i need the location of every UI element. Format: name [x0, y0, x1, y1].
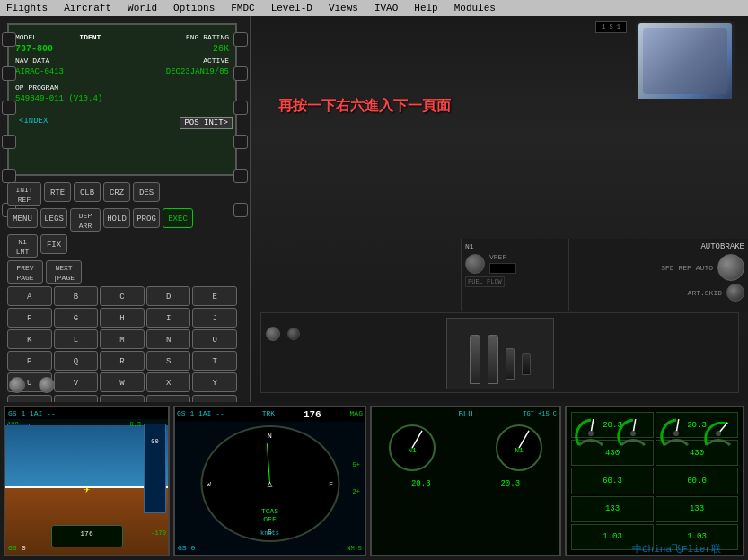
btn-des[interactable]: DES [133, 182, 160, 202]
btn-a[interactable]: A [7, 286, 52, 306]
btn-rte[interactable]: RTE [44, 182, 71, 202]
menu-item-views[interactable]: Views [326, 3, 361, 13]
fmc-navdata-label: NAV DATA [15, 55, 49, 66]
vref-display [489, 263, 516, 274]
btn-f[interactable]: F [7, 308, 52, 328]
nd-center-aircraft: △ [267, 478, 272, 489]
throttle-1[interactable] [470, 335, 480, 384]
btn-prog[interactable]: PROG [133, 208, 160, 228]
btn-r[interactable]: R [100, 351, 145, 371]
menu-item-flights[interactable]: Flights [4, 3, 50, 13]
eicas-n1-1: 20.3 [571, 412, 654, 438]
btn-j[interactable]: J [192, 308, 237, 328]
fmc-lsk1[interactable]: <INDEX [19, 117, 48, 129]
lsk-r3[interactable] [233, 101, 248, 115]
btn-init-ref[interactable]: INITREF [7, 182, 41, 206]
eicas-right-display: 20.3 20.3 430 430 60.3 60.0 [565, 406, 744, 556]
eicas-upper-display: BLU N1 N1 20.3 20.3 [370, 406, 561, 556]
btn-n[interactable]: N [146, 329, 191, 349]
menu-item-ivao[interactable]: IVAO [372, 3, 400, 13]
pfd-gs-label: GS [8, 544, 17, 552]
menu-item-world[interactable]: World [125, 3, 160, 13]
nd-display: GS 1 1AI -- TRK 176 MAG N S W E △ 5+ 2+ [173, 406, 366, 556]
btn-b[interactable]: B [54, 286, 99, 306]
n1-knob[interactable] [465, 254, 485, 274]
vref-label: VREF [489, 253, 516, 261]
fmc-version-value: 549849-011 (V10.4) [15, 93, 102, 105]
btn-m[interactable]: M [100, 329, 145, 349]
btn-i[interactable]: I [146, 308, 191, 328]
btn-hold[interactable]: HOLD [103, 208, 130, 228]
fmc-opprog-label: OP PROGRAM [15, 82, 58, 93]
lsk-l5[interactable] [2, 169, 16, 183]
lsk-l3[interactable] [2, 101, 16, 115]
btn-l[interactable]: L [54, 329, 99, 349]
cockpit-main: MODEL IDENT ENG RATING 737-800 26K NAV D… [0, 16, 748, 560]
btn-dep-arr[interactable]: DEPARR [70, 208, 101, 232]
btn-x[interactable]: X [146, 372, 191, 392]
pedestal-knob-2[interactable] [287, 328, 300, 340]
btn-v[interactable]: V [54, 372, 99, 392]
btn-legs[interactable]: LEGS [40, 208, 67, 228]
art-skid-knob[interactable] [726, 284, 744, 302]
lsk-l4[interactable] [2, 135, 16, 149]
btn-t[interactable]: T [192, 351, 237, 371]
btn-s[interactable]: S [146, 351, 191, 371]
btn-q[interactable]: Q [54, 351, 99, 371]
btn-exec[interactable]: EXEC [163, 208, 193, 228]
btn-c[interactable]: C [100, 286, 145, 306]
lsk-r5[interactable] [233, 169, 248, 183]
flap-lever[interactable] [522, 353, 531, 375]
lsk-l2[interactable] [2, 66, 16, 81]
eicas-val-2a: 430 [571, 440, 654, 466]
menu-item-fmdc[interactable]: FMDC [228, 3, 257, 13]
btn-next-page[interactable]: NEXT|PAGE [46, 260, 82, 284]
btn-w[interactable]: W [100, 372, 145, 392]
lsk-r2[interactable] [233, 66, 248, 81]
btn-crz[interactable]: CRZ [103, 182, 130, 202]
btn-d[interactable]: D [146, 286, 191, 306]
brightness-knob-2[interactable] [39, 377, 55, 393]
menu-item-aircraft[interactable]: Aircraft [61, 3, 114, 13]
menu-item-help[interactable]: Help [411, 3, 440, 13]
menu-item-level-d[interactable]: Level-D [268, 3, 315, 13]
btn-y[interactable]: Y [192, 372, 237, 392]
autobrake-panel: AUTOBRAKE SPD REF AUTO ART.SKID [568, 239, 748, 311]
btn-menu[interactable]: MENU [7, 208, 38, 228]
pedestal-knob-1[interactable] [266, 327, 280, 341]
btn-e[interactable]: E [192, 286, 237, 306]
btn-p[interactable]: P [7, 351, 52, 371]
eicas-val-4b: 133 [656, 496, 738, 522]
eicas-n1-2: 20.3 [656, 412, 738, 438]
fmc-screen: MODEL IDENT ENG RATING 737-800 26K NAV D… [7, 23, 237, 176]
btn-o[interactable]: O [192, 329, 237, 349]
fuel-flow-label[interactable]: FUEL FLOW [465, 276, 505, 287]
fmc-model-value: 737-800 [15, 43, 53, 55]
menu-item-modules[interactable]: Modules [452, 3, 498, 13]
fmc-ident-label: IDENT [79, 31, 101, 43]
pedestal-knobs [266, 327, 300, 341]
eicas-n1-val2: 20.3 [500, 479, 520, 488]
menu-item-options[interactable]: Options [171, 3, 217, 13]
lsk-r4[interactable] [233, 135, 248, 149]
autobrake-knob[interactable] [717, 254, 744, 281]
fmc-airac-value: AIRAC-0413 [15, 66, 64, 78]
btn-clb[interactable]: CLB [74, 182, 101, 202]
btn-h[interactable]: H [100, 308, 145, 328]
btn-fix[interactable]: FIX [40, 234, 67, 254]
throttle-2[interactable] [488, 335, 498, 384]
lsk-r1[interactable] [233, 32, 248, 47]
top-indicator: 1 S 1 [595, 21, 627, 33]
spd-ref-label: SPD REF [661, 264, 691, 272]
btn-g[interactable]: G [54, 308, 99, 328]
brightness-knob-1[interactable] [9, 377, 25, 393]
speedbrake-lever[interactable] [506, 348, 515, 380]
fmc-lsk2[interactable]: POS INIT> [180, 117, 233, 129]
btn-n1-lmt[interactable]: N1LMT [7, 234, 38, 258]
btn-prev-page[interactable]: PREVPAGE [7, 260, 43, 284]
menu-bar: // Will be populated after page loads Fl… [0, 0, 748, 16]
eicas-n1-val1: 20.3 [411, 479, 431, 488]
btn-k[interactable]: K [7, 329, 52, 349]
lsk-l1[interactable] [2, 32, 16, 47]
lower-displays-area: GS 1 1AI -- 100 80 70 ✈ 00 [0, 402, 748, 560]
